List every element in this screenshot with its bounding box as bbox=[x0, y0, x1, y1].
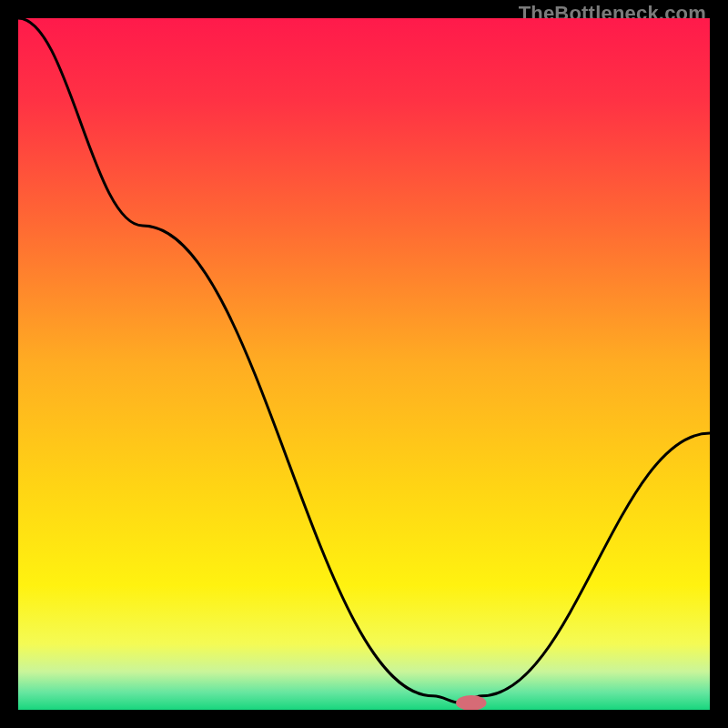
chart-frame bbox=[18, 18, 710, 710]
chart-background bbox=[18, 18, 710, 710]
bottleneck-chart bbox=[18, 18, 710, 710]
optimal-point-marker bbox=[456, 695, 486, 710]
